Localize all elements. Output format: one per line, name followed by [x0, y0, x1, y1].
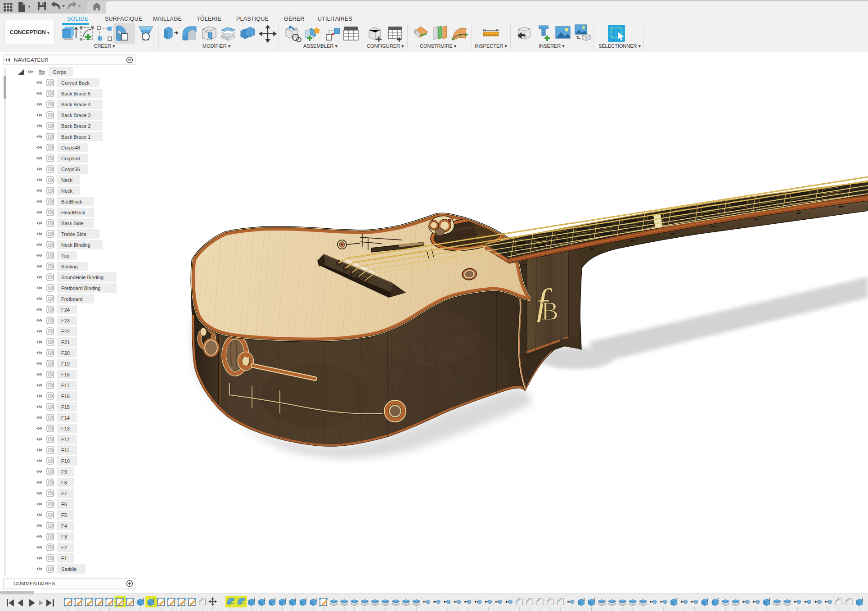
svg-text:Corps56: Corps56: [61, 167, 80, 172]
svg-text:Saddle: Saddle: [61, 566, 76, 572]
svg-text:ButtBlock: ButtBlock: [61, 199, 82, 204]
svg-text:F11: F11: [61, 448, 69, 453]
svg-text:F14: F14: [61, 415, 70, 421]
svg-text:F17: F17: [61, 383, 70, 388]
svg-text:Back Brace 3: Back Brace 3: [61, 113, 90, 118]
svg-text:SoundHole Binding: SoundHole Binding: [61, 275, 103, 280]
svg-text:Neck: Neck: [61, 177, 73, 183]
svg-text:Top: Top: [61, 253, 69, 258]
svg-text:F23: F23: [61, 318, 70, 323]
svg-text:Binding: Binding: [61, 264, 78, 269]
svg-text:Back Brace 4: Back Brace 4: [61, 102, 90, 107]
svg-text:F24: F24: [61, 307, 70, 312]
svg-text:F8: F8: [61, 480, 67, 485]
svg-text:Fretboard Binding: Fretboard Binding: [61, 285, 100, 291]
svg-text:F15: F15: [61, 404, 70, 410]
svg-text:Fretboard: Fretboard: [61, 296, 83, 302]
svg-text:F13: F13: [61, 426, 70, 431]
svg-text:F12: F12: [61, 437, 70, 442]
svg-text:F16: F16: [61, 394, 70, 399]
svg-text:F20: F20: [61, 350, 70, 356]
svg-text:F19: F19: [61, 361, 70, 367]
svg-text:F21: F21: [61, 339, 70, 345]
svg-text:F22: F22: [61, 329, 70, 334]
svg-text:Treble Side: Treble Side: [61, 231, 86, 237]
svg-text:F9: F9: [61, 469, 67, 475]
svg-text:NAVIGATEUR: NAVIGATEUR: [14, 57, 49, 63]
svg-text:F4: F4: [61, 523, 67, 529]
svg-text:F5: F5: [61, 512, 67, 518]
svg-text:F7: F7: [61, 491, 67, 496]
svg-text:Corps53: Corps53: [61, 156, 80, 161]
svg-text:Corps48: Corps48: [61, 145, 80, 150]
svg-text:Corps: Corps: [53, 69, 67, 75]
svg-text:Neck: Neck: [61, 188, 73, 194]
svg-text:F1: F1: [61, 556, 67, 561]
svg-text:F2: F2: [61, 545, 67, 550]
svg-text:Back Brace 2: Back Brace 2: [61, 123, 90, 129]
svg-text:Bass Side: Bass Side: [61, 221, 84, 226]
svg-text:COMMENTAIRES: COMMENTAIRES: [13, 581, 55, 586]
svg-text:F18: F18: [61, 372, 70, 377]
svg-text:F10: F10: [61, 458, 70, 464]
svg-text:Back Brace 5: Back Brace 5: [61, 91, 90, 96]
svg-text:F6: F6: [61, 502, 67, 507]
svg-text:F3: F3: [61, 534, 67, 539]
svg-text:Neck Binding: Neck Binding: [61, 242, 90, 248]
svg-text:Curved Back: Curved Back: [61, 80, 90, 86]
svg-text:HeadBlock: HeadBlock: [61, 210, 85, 215]
svg-text:Back Brace 1: Back Brace 1: [61, 134, 90, 140]
